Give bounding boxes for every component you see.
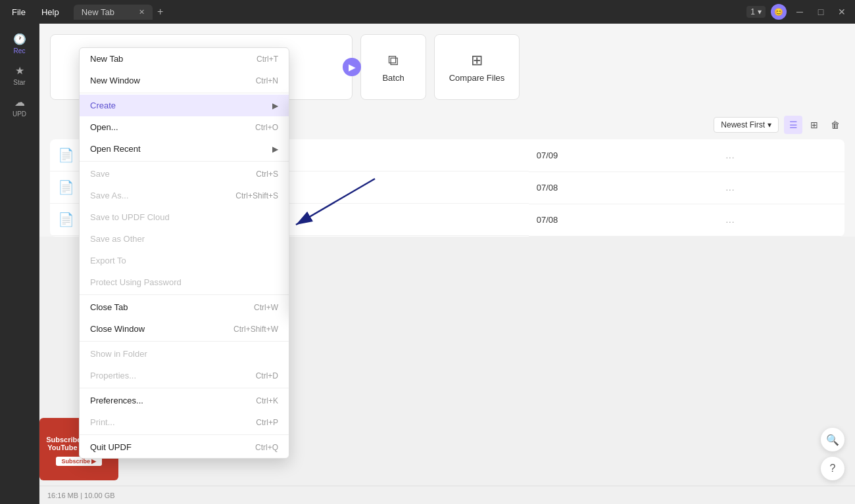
user-badge: 1 ▾	[746, 6, 766, 18]
compare-label: Compare Files	[449, 73, 505, 83]
menu-create-label: Create	[90, 101, 116, 110]
create-submenu: PDF from File... Create Multiple PDF Fil…	[289, 95, 289, 313]
titlebar-left: File Help	[5, 5, 66, 20]
menu-item-new-window[interactable]: New Window Ctrl+N	[80, 70, 289, 91]
compare-files-card[interactable]: ⊞ Compare Files	[434, 34, 520, 100]
menu-show-folder-label: Show in Folder	[90, 349, 147, 359]
menu-properties-label: Properties...	[90, 371, 136, 380]
grid-view-button[interactable]: ⊞	[805, 116, 823, 134]
menu-open-label: Open...	[90, 122, 118, 132]
menu-export-label: Export To	[90, 256, 126, 265]
menu-item-preferences[interactable]: Preferences... Ctrl+K	[80, 390, 289, 411]
menu-save-other-label: Save as Other	[90, 234, 145, 244]
file-date: 07/08	[529, 204, 718, 236]
menu-print-shortcut: Ctrl+P	[256, 418, 278, 427]
compare-icon: ⊞	[471, 52, 483, 69]
menu-quit-label: Quit UPDF	[90, 442, 132, 452]
menu-save-cloud-label: Save to UPDF Cloud	[90, 212, 170, 222]
batch-icon: ⧉	[388, 52, 399, 69]
menu-item-close-tab[interactable]: Close Tab Ctrl+W	[80, 296, 289, 318]
menu-save-as-shortcut: Ctrl+Shift+S	[235, 191, 278, 200]
pdf-icon: 📄	[58, 147, 74, 163]
menu-divider-6	[80, 434, 289, 435]
menu-item-open[interactable]: Open... Ctrl+O	[80, 116, 289, 138]
content-area: 📁 Open File Drop file here to open ▶ ⧉ B…	[39, 24, 855, 504]
menu-close-window-shortcut: Ctrl+Shift+W	[233, 325, 278, 334]
sidebar-item-cloud-label: UPD	[12, 110, 26, 118]
menu-new-window-shortcut: Ctrl+N	[256, 76, 278, 85]
menu-item-create[interactable]: Create ▶ PDF from File... Create Multipl…	[80, 95, 289, 116]
help-menu-button[interactable]: Help	[35, 5, 66, 20]
chevron-down-icon: ▾	[758, 7, 762, 16]
menu-save-as-label: Save As...	[90, 191, 129, 200]
tab-close-icon[interactable]: ✕	[139, 8, 145, 16]
sidebar-item-starred[interactable]: ★ Star	[5, 60, 34, 89]
menu-item-quit[interactable]: Quit UPDF Ctrl+Q	[80, 436, 289, 458]
file-more-button[interactable]: ...	[725, 183, 735, 193]
minimize-button[interactable]: ─	[792, 4, 808, 20]
menu-item-save-as: Save As... Ctrl+Shift+S	[80, 185, 289, 206]
menu-divider-4	[80, 341, 289, 342]
menu-open-recent-label: Open Recent	[90, 144, 141, 154]
menu-divider-5	[80, 388, 289, 388]
menu-save-label: Save	[90, 169, 110, 179]
batch-label: Batch	[382, 73, 404, 83]
sidebar: 🕐 Rec ★ Star ☁ UPD	[0, 24, 39, 504]
menu-divider-2	[80, 161, 289, 162]
menu-close-window-label: Close Window	[90, 324, 145, 334]
recent-icon: 🕐	[13, 33, 26, 45]
pdf-icon: 📄	[58, 212, 74, 227]
status-size: 16:16 MB | 10.00 GB	[47, 492, 115, 499]
menu-item-export: Export To	[80, 250, 289, 271]
sort-dropdown[interactable]: Newest First ▾	[714, 117, 779, 133]
search-fab-button[interactable]: 🔍	[821, 428, 844, 451]
menu-save-shortcut: Ctrl+S	[256, 170, 278, 179]
sidebar-item-starred-label: Star	[13, 79, 25, 86]
menu-item-save: Save Ctrl+S	[80, 163, 289, 185]
add-tab-button[interactable]: +	[153, 4, 168, 20]
main-layout: 🕐 Rec ★ Star ☁ UPD 📁 Open File Drop file…	[0, 24, 855, 504]
file-more-button[interactable]: ...	[725, 215, 735, 225]
titlebar: File Help New Tab ✕ + 1 ▾ 😊 ─ □ ✕	[0, 0, 855, 24]
sidebar-item-cloud[interactable]: ☁ UPD	[5, 92, 34, 121]
file-date: 07/09	[529, 139, 718, 172]
cloud-icon: ☁	[14, 96, 25, 108]
file-date: 07/08	[529, 172, 718, 204]
pdf-icon: 📄	[58, 179, 74, 195]
view-icons: ☰ ⊞ 🗑	[784, 116, 844, 134]
menu-close-tab-shortcut: Ctrl+W	[254, 303, 278, 312]
status-bar: 16:16 MB | 10.00 GB	[39, 486, 855, 504]
file-menu-button[interactable]: File	[5, 5, 32, 20]
menu-item-close-window[interactable]: Close Window Ctrl+Shift+W	[80, 318, 289, 340]
new-tab[interactable]: New Tab ✕	[74, 5, 153, 20]
titlebar-right: 1 ▾ 😊 ─ □ ✕	[746, 4, 850, 20]
menu-item-save-other: Save as Other	[80, 228, 289, 250]
close-button[interactable]: ✕	[834, 4, 850, 20]
sidebar-item-recent-label: Rec	[14, 47, 26, 55]
menu-divider-1	[80, 93, 289, 93]
tab-label: New Tab	[82, 7, 114, 17]
list-view-button[interactable]: ☰	[784, 116, 802, 134]
menu-new-tab-shortcut: Ctrl+T	[256, 55, 278, 64]
maximize-button[interactable]: □	[813, 4, 829, 20]
menu-open-shortcut: Ctrl+O	[255, 123, 278, 132]
open-file-arrow-button[interactable]: ▶	[343, 58, 361, 76]
delete-button[interactable]: 🗑	[826, 116, 844, 134]
submenu-arrow-icon: ▶	[272, 101, 278, 110]
batch-card[interactable]: ⧉ Batch	[360, 34, 426, 100]
avatar: 😊	[771, 4, 787, 20]
sort-label: Newest First	[721, 120, 765, 129]
menu-item-open-recent[interactable]: Open Recent ▶	[80, 138, 289, 160]
menu-item-properties: Properties... Ctrl+D	[80, 365, 289, 386]
menu-print-label: Print...	[90, 417, 115, 427]
help-fab-button[interactable]: ?	[821, 457, 844, 480]
menu-item-new-tab[interactable]: New Tab Ctrl+T	[80, 48, 289, 70]
menu-protect-label: Protect Using Password	[90, 277, 182, 287]
star-icon: ★	[15, 64, 24, 77]
file-more-button[interactable]: ...	[725, 150, 735, 160]
file-menu: New Tab Ctrl+T New Window Ctrl+N Create …	[79, 47, 289, 459]
menu-properties-shortcut: Ctrl+D	[256, 371, 278, 380]
menu-item-show-folder: Show in Folder	[80, 343, 289, 365]
sidebar-item-recent[interactable]: 🕐 Rec	[5, 29, 34, 58]
user-count: 1	[750, 7, 755, 16]
